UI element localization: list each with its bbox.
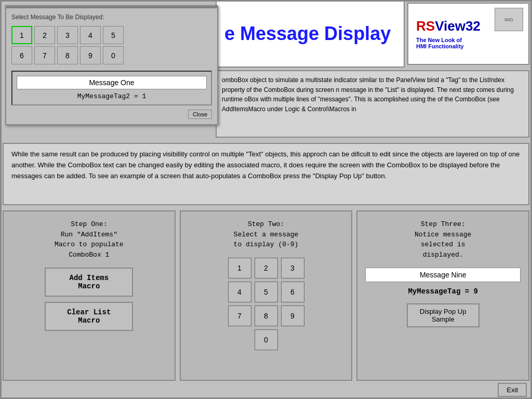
page-title: e Message Display	[224, 23, 391, 45]
step2-btn-7[interactable]: 7	[228, 305, 251, 326]
step2-btn-4[interactable]: 4	[228, 282, 251, 302]
popup-num-btn-9[interactable]: 9	[80, 46, 101, 64]
popup-num-btn-6[interactable]: 6	[11, 46, 32, 64]
header-title-area: e Message Display	[216, 0, 405, 68]
step2-panel: Step Two:Select a messageto display (0-9…	[180, 210, 353, 381]
popup-num-btn-3[interactable]: 3	[57, 26, 78, 44]
step2-btn-8[interactable]: 8	[255, 305, 278, 326]
step1-title: Step One:Run "AddItems"Macro to populate…	[55, 219, 124, 260]
step2-btn-5[interactable]: 5	[255, 282, 278, 302]
rsview-logo-image: IMG	[495, 8, 523, 31]
add-items-macro-button[interactable]: Add ItemsMacro	[45, 268, 133, 297]
rsview-tagline-1: The New Look of	[416, 37, 521, 43]
main-container: Select Message To Be Displayed: 1 2 3 4 …	[0, 0, 532, 399]
popup-message-box: Message One MyMessageTag2 = 1	[11, 71, 212, 105]
display-popup-sample-button[interactable]: Display Pop UpSample	[407, 303, 480, 327]
step2-zero-row: 0	[255, 329, 278, 350]
popup-num-btn-4[interactable]: 4	[80, 26, 101, 44]
step3-tag-display: MyMessageTag = 9	[408, 287, 477, 296]
description-top: omboBox object to simulate a multistate …	[216, 70, 529, 138]
description-top-text: omboBox object to simulate a multistate …	[222, 76, 514, 113]
bottom-bar: Exit	[0, 381, 532, 399]
step2-btn-6[interactable]: 6	[281, 282, 304, 302]
popup-message-text: Message One	[17, 76, 207, 89]
description-bottom-text: While the same result can be produced by…	[11, 150, 520, 180]
rsview-tagline-2: HMI Functionality	[416, 43, 521, 49]
step2-num-grid: 1 2 3 4 5 6 7 8 9	[228, 258, 304, 326]
step2-btn-9[interactable]: 9	[281, 305, 304, 326]
steps-container: Step One:Run "AddItems"Macro to populate…	[3, 210, 529, 381]
popup-tag-display: MyMessageTag2 = 1	[17, 92, 207, 100]
popup-content: Select Message To Be Displayed: 1 2 3 4 …	[6, 8, 217, 124]
popup-num-btn-5[interactable]: 5	[103, 26, 124, 44]
step3-title: Step Three:Notice messageselected isdisp…	[415, 219, 471, 260]
popup-window: Select Message To Be Displayed: 1 2 3 4 …	[5, 5, 218, 125]
description-bottom: While the same result can be produced by…	[3, 143, 529, 205]
step2-btn-2[interactable]: 2	[255, 258, 278, 278]
popup-num-btn-2[interactable]: 2	[34, 26, 55, 44]
step1-panel: Step One:Run "AddItems"Macro to populate…	[3, 210, 176, 381]
step2-btn-3[interactable]: 3	[281, 258, 304, 278]
popup-num-btn-0[interactable]: 0	[103, 46, 124, 64]
exit-button[interactable]: Exit	[498, 383, 527, 397]
rsview-logo: RSView32 IMG The New Look of HMI Functio…	[407, 3, 529, 65]
step3-message-display: Message Nine	[365, 268, 521, 282]
popup-close-button[interactable]: Close	[188, 110, 212, 119]
popup-title: Select Message To Be Displayed:	[11, 14, 212, 21]
step2-btn-0[interactable]: 0	[255, 329, 278, 350]
step2-title: Step Two:Select a messageto display (0-9…	[234, 219, 299, 250]
clear-list-macro-button[interactable]: Clear ListMacro	[45, 302, 133, 331]
step3-panel: Step Three:Notice messageselected isdisp…	[356, 210, 529, 381]
step2-btn-1[interactable]: 1	[228, 258, 251, 278]
popup-num-btn-7[interactable]: 7	[34, 46, 55, 64]
popup-num-grid: 1 2 3 4 5 6 7 8 9 0	[11, 26, 212, 64]
popup-num-btn-8[interactable]: 8	[57, 46, 78, 64]
popup-num-btn-1[interactable]: 1	[11, 26, 32, 44]
